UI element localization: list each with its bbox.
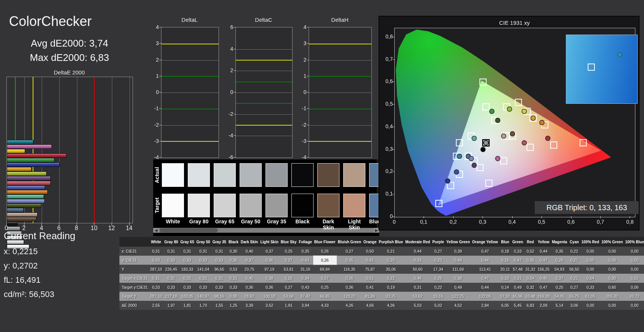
column-header[interactable]: Purplish Blue [378,237,404,247]
column-header[interactable]: Black [227,237,240,247]
value-cell[interactable]: 97,19 [259,265,279,274]
value-cell[interactable]: 65,96 [511,292,524,301]
value-cell[interactable]: 0,30 [227,247,240,256]
value-cell[interactable]: 0,47 [537,256,551,265]
column-header[interactable]: White [149,237,163,247]
value-cell[interactable]: 0,33 [163,256,179,265]
value-cell[interactable]: 0,00 [580,301,600,310]
value-cell[interactable]: 0,33 [404,256,431,265]
value-cell[interactable]: 183,33 [179,265,195,274]
value-cell[interactable]: 0,27 [280,256,298,265]
value-cell[interactable]: 0,23 [431,256,445,265]
value-cell[interactable]: 0,47 [537,283,551,292]
swatch-actual[interactable] [317,163,339,187]
value-cell[interactable]: 0,14 [499,283,511,292]
column-header[interactable]: Blue [499,237,511,247]
column-header[interactable]: 100% Red [580,237,600,247]
value-cell[interactable]: 55,75 [568,292,580,301]
value-cell[interactable]: 0,39 [445,247,471,256]
value-cell[interactable]: 0,36 [337,283,362,292]
value-cell[interactable]: 0,31 [404,283,431,292]
swatch-actual[interactable] [369,163,379,187]
value-cell[interactable]: 2,09 [537,301,551,310]
value-cell[interactable]: 0,53 [227,265,240,274]
value-cell[interactable]: 141,04 [195,265,211,274]
column-header[interactable]: Red [524,237,536,247]
column-header[interactable]: Foliage [298,237,313,247]
value-cell[interactable]: 0,25 [280,247,298,256]
value-cell[interactable]: 0,35 [524,256,536,265]
swatch-target[interactable] [162,194,184,217]
value-cell[interactable]: 54,05 [551,292,569,301]
column-header[interactable]: 100% Blue [624,237,644,247]
value-cell[interactable]: 6,83 [524,301,536,310]
value-cell[interactable]: 0,00 [600,265,624,274]
value-cell[interactable]: 0,00 [227,292,240,301]
value-cell[interactable]: 17,34 [431,265,445,274]
value-cell[interactable]: 0,00 [600,301,624,310]
swatch-actual[interactable] [291,163,314,187]
value-cell[interactable]: 0,25 [551,283,569,292]
value-cell[interactable]: 0,54 [524,274,536,283]
value-cell[interactable]: 0,00 [624,265,644,274]
value-cell[interactable]: 0,48 [445,256,471,265]
value-cell[interactable]: 0,27 [568,256,580,265]
value-cell[interactable]: 6,05 [499,301,511,310]
value-cell[interactable]: 0,16 [499,256,511,265]
value-cell[interactable]: 0,21 [378,247,404,256]
value-cell[interactable]: 0,00 [580,265,600,274]
value-cell[interactable]: 169,28 [537,292,551,301]
column-header[interactable]: Green [511,237,524,247]
column-header[interactable]: Dark Skin [240,237,259,247]
value-cell[interactable]: 0,15 [624,274,644,283]
value-cell[interactable]: 56,50 [568,265,580,274]
value-cell[interactable]: 287,10 [149,265,163,274]
value-cell[interactable]: 0,64 [580,274,600,283]
value-cell[interactable]: 0,43 [298,256,313,265]
value-cell[interactable]: 23,75 [240,265,259,274]
swatch-actual[interactable] [162,163,184,187]
value-cell[interactable]: 0,00 [624,301,644,310]
value-cell[interactable]: 37,42 [298,292,313,301]
value-cell[interactable]: 0,37 [551,274,569,283]
value-cell[interactable]: 0,00 [600,247,624,256]
value-cell[interactable]: 122,75 [445,292,471,301]
column-header[interactable]: Blue Flower [313,237,337,247]
column-header[interactable]: Orange [362,237,378,247]
value-cell[interactable]: 0,31 [227,274,240,283]
value-cell[interactable]: 0,41 [362,283,378,292]
value-cell[interactable]: 33,48 [524,292,536,301]
swatch-target[interactable] [369,194,379,217]
value-cell[interactable]: 0,31 [149,274,163,283]
column-header[interactable]: 100% Green [600,237,624,247]
value-cell[interactable]: 0,27 [313,274,337,283]
swatch-target[interactable] [317,194,339,217]
scroll-left-button[interactable]: ◀ [153,228,159,233]
value-cell[interactable]: 57,48 [511,265,524,274]
value-cell[interactable]: 0,31 [195,247,211,256]
value-cell[interactable]: 0,31 [163,274,179,283]
value-cell[interactable]: 227,18 [163,292,179,301]
value-cell[interactable]: 140,97 [195,292,211,301]
value-cell[interactable]: 0,33 [195,256,211,265]
value-cell[interactable]: 81,39 [362,292,378,301]
value-cell[interactable]: 0,51 [362,274,378,283]
value-cell[interactable]: 0,31 [211,274,228,283]
value-cell[interactable]: 0,19 [499,274,511,283]
value-cell[interactable]: 66,95 [313,292,337,301]
value-cell[interactable]: 0,33 [163,283,179,292]
value-cell[interactable]: 33,75 [378,292,404,301]
value-cell[interactable]: 120,22 [337,292,362,301]
value-cell[interactable]: 0,33 [149,283,163,292]
swatch-target[interactable] [214,194,236,217]
value-cell[interactable]: 0,30 [600,274,624,283]
value-cell[interactable]: 4,66 [362,301,378,310]
value-cell[interactable]: 1,25 [227,301,240,310]
value-cell[interactable]: 19,16 [431,292,445,301]
value-cell[interactable]: 0,44 [471,256,499,265]
value-cell[interactable]: 4,36 [378,301,404,310]
value-cell[interactable]: 0,47 [471,247,499,256]
column-header[interactable]: Cyan [568,237,580,247]
scrollbar-thumb[interactable] [160,228,218,232]
value-cell[interactable]: 0,27 [431,247,445,256]
